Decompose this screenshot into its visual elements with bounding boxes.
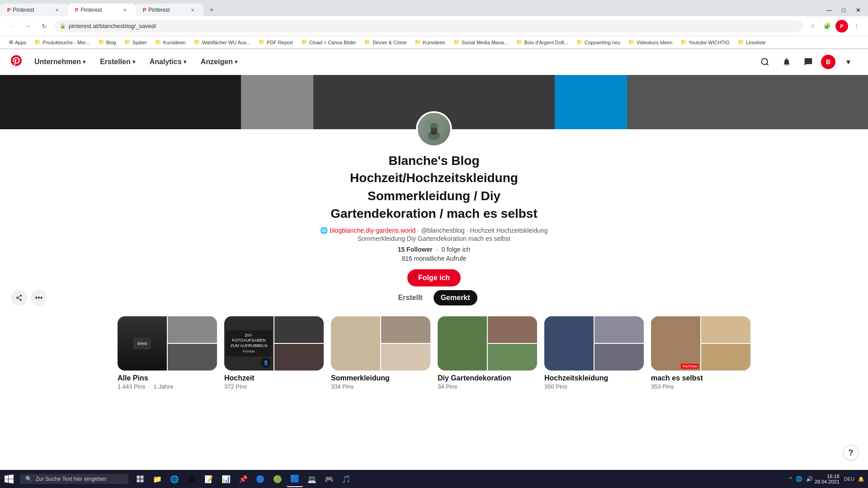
taskbar-search[interactable]: 🔍 Zur Suche Text hier eingeben [20,474,128,484]
taskbar-app-7[interactable]: 🔵 [252,471,269,487]
bookmark-blog[interactable]: 📁 Blog [94,38,120,46]
tab3-close[interactable]: ✕ [189,6,196,14]
refresh-button[interactable]: ↻ [38,20,51,33]
tab2-close[interactable]: ✕ [121,6,128,14]
taskbar-edge[interactable]: 🌐 [166,471,183,487]
bookmark-leseliste[interactable]: 📁 Leseliste [734,38,769,46]
taskbar-app-10[interactable]: 🎮 [321,471,337,487]
profile-button[interactable]: P [835,20,848,33]
profile-name-text: Blanche's Blog [388,154,479,168]
bookmark-dinner[interactable]: 📁 Dinner & Crime [361,38,410,46]
taskbar-vscode[interactable]: ⚙ [184,471,200,487]
board-hochzeitskleidung[interactable]: Hochzeitskleidung 350 Pins [544,316,644,390]
board-mach-es-selbst[interactable]: YouTube mach es selbst 353 Pins [651,316,750,390]
profile-website-link[interactable]: blogblanche.diy-gardens.world [330,227,415,234]
browser-tab-1[interactable]: P Pinterest ✕ [0,4,68,16]
tab1-close[interactable]: ✕ [53,6,61,14]
nav-unternehmen[interactable]: Unternehmen ▾ [29,54,91,70]
new-tab-button[interactable]: + [205,4,218,16]
share-icon [15,294,23,301]
taskbar-spotify[interactable]: 🎵 [338,471,354,487]
taskbar-chrome[interactable]: 🟢 [269,471,286,487]
bookmark-bois[interactable]: 📁 Bois d'Argent Duft... [513,38,572,46]
folder-icon-3: 📁 [124,39,131,45]
share-button[interactable] [11,290,27,306]
tab-erstellt[interactable]: Erstellt [391,290,429,305]
board-mach-images: YouTube [651,316,750,371]
browser-tab-3[interactable]: P Pinterest ✕ [136,4,203,16]
start-button[interactable] [0,470,18,488]
bookmark-star-button[interactable]: ☆ [807,20,819,33]
board-hochzeit[interactable]: DIY-FOTOAUFGABENZUM AUFRUBBELN Freebie 👤… [224,316,324,390]
board-alle-pins[interactable]: dress Alle Pins 1.443 Pins · 1 Jahre [118,316,217,390]
board-hochzeitskleidung-title: Hochzeitskleidung [544,374,644,382]
search-icon [760,57,769,66]
bookmark-spater-label: Später [132,40,147,45]
bookmark-canva[interactable]: 📁 Cload + Canva Bilder [297,38,360,46]
user-avatar[interactable]: B [821,55,835,69]
tab1-title: Pinterest [13,7,51,13]
board-sommer-img-main [331,316,380,371]
bookmark-produktsuche[interactable]: 📁 Produktsuche - Mer... [31,38,94,46]
taskbar-chrome-active[interactable]: 🟦 [287,471,303,487]
bookmark-youtube[interactable]: 📁 Youtube WICHTIG [677,38,733,46]
board-sommerkleidung-images [331,316,430,371]
forward-button[interactable]: → [22,20,34,33]
board-diy[interactable]: Diy Gartendekoration 34 Pins [438,316,537,390]
bookmark-apps[interactable]: ⊞ Apps [5,38,30,46]
taskbar-notification[interactable]: 🔔 [858,476,864,482]
address-bar[interactable]: 🔒 pinterest.at/blanchesblog/_saved/ [54,20,803,33]
back-button[interactable]: ← [5,20,18,33]
bookmark-social[interactable]: 📁 Social Media Mana... [450,38,512,46]
follow-button[interactable]: Folge ich [407,269,461,286]
network-icon[interactable]: 🌐 [796,476,802,482]
taskbar-clock[interactable]: 16:18 28.04.2021 [815,474,840,484]
minimize-btn[interactable]: — [823,4,835,16]
taskbar-app-9[interactable]: 💻 [304,471,320,487]
close-btn[interactable]: ✕ [852,4,864,16]
cover-strip-5 [627,75,868,129]
taskbar-word[interactable]: 📝 [201,471,217,487]
messages-button[interactable] [799,53,817,71]
bookmark-kursideen2[interactable]: 📁 Kursideen [411,38,449,46]
taskbar-file-explorer[interactable]: 📁 [149,471,165,487]
bookmark-copywriting-label: Copywriting neu [585,40,620,45]
bookmark-kursideen1[interactable]: 📁 Kursideen [151,38,189,46]
address-lock-icon: 🔒 [60,23,66,29]
settings-button[interactable]: ⋮ [850,20,863,33]
svg-point-0 [762,59,768,65]
nav-analytics[interactable]: Analytics ▾ [144,54,192,70]
taskbar-search-icon: 🔍 [25,476,32,482]
help-button[interactable]: ? [843,445,859,461]
maximize-btn[interactable]: □ [837,4,850,16]
svg-rect-7 [141,476,144,479]
board-mach-img-2 [701,316,750,343]
more-options-button[interactable]: ••• [31,290,47,306]
account-chevron-button[interactable]: ▾ [839,53,857,71]
pinterest-logo[interactable] [11,55,22,69]
bookmark-pdf[interactable]: 📁 PDF Report [255,38,297,46]
taskbar-powerpoint[interactable]: 📌 [235,471,251,487]
volume-icon[interactable]: 🔊 [806,476,813,482]
extensions-button[interactable]: 🧩 [821,20,834,33]
nav-anzeigen[interactable]: Anzeigen ▾ [195,54,243,70]
svg-rect-5 [431,128,437,135]
taskbar-right: ^ 🌐 🔊 16:18 28.04.2021 DEU 🔔 [789,474,868,484]
taskbar-task-view[interactable] [132,471,148,487]
nav-erstellen[interactable]: Erstellen ▾ [94,54,141,70]
profile-username: · @blanchesblog · Hochzeit Hochzeitsklei… [417,227,547,234]
taskbar-excel[interactable]: 📊 [218,471,234,487]
search-button[interactable] [756,53,774,71]
bookmark-videokurs[interactable]: 📁 Videokurs Ideen [625,38,676,46]
tab-gemerkt-label: Gemerkt [441,294,470,301]
bookmark-copywriting[interactable]: 📁 Copywriting neu [573,38,624,46]
browser-tab-2[interactable]: P Pinterest ✕ [68,4,136,16]
bookmark-wahlfacher[interactable]: 📁 Wahlfächer WU Aus... [190,38,254,46]
pinterest-logo-icon [11,55,22,66]
tab-gemerkt[interactable]: Gemerkt [434,290,477,305]
notifications-button[interactable] [778,53,796,71]
address-text: pinterest.at/blanchesblog/_saved/ [69,23,156,29]
tray-up-icon[interactable]: ^ [789,476,792,482]
bookmark-spater[interactable]: 📁 Später [121,38,151,46]
board-sommerkleidung[interactable]: Sommerkleidung 334 Pins [331,316,430,390]
